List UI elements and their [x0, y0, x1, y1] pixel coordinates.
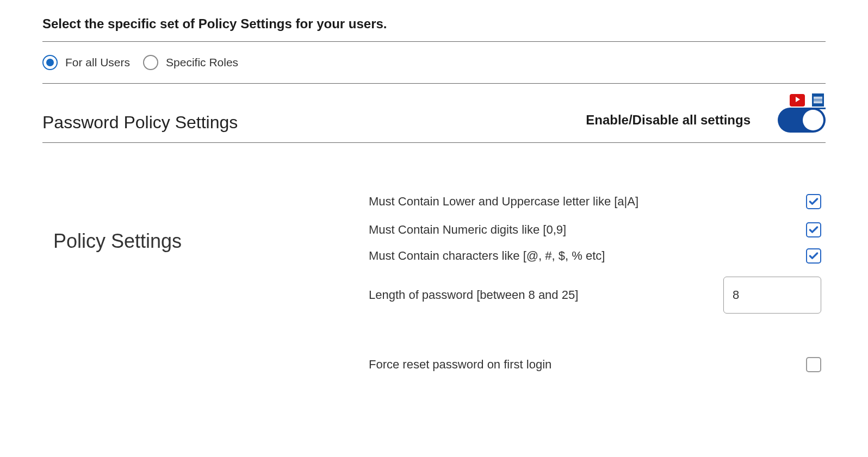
master-toggle-label: Enable/Disable all settings	[586, 112, 751, 128]
master-toggle-block: Enable/Disable all settings	[586, 108, 826, 133]
video-help-link[interactable]	[790, 94, 805, 109]
radio-specific-roles[interactable]: Specific Roles	[143, 55, 238, 70]
video-play-icon	[790, 94, 805, 107]
divider-section	[42, 142, 826, 143]
setting-row-special: Must Contain characters like [@, #, $, %…	[369, 243, 826, 269]
checkmark-icon	[808, 251, 819, 261]
page-instruction: Select the specific set of Policy Settin…	[42, 16, 826, 32]
setting-case-checkbox[interactable]	[806, 194, 821, 209]
setting-length-label: Length of password [between 8 and 25]	[369, 288, 578, 302]
checkmark-icon	[808, 196, 819, 207]
policy-settings-subtitle: Policy Settings	[53, 230, 347, 253]
setting-length-input[interactable]	[723, 277, 821, 314]
document-icon	[812, 93, 824, 107]
section-header: Password Policy Settings Enable/Disable …	[42, 84, 826, 142]
setting-force-reset-label: Force reset password on first login	[369, 358, 551, 372]
setting-numeric-label: Must Contain Numeric digits like [0,9]	[369, 223, 566, 237]
settings-content: Policy Settings Must Contain Lower and U…	[42, 186, 826, 380]
master-toggle-switch[interactable]	[778, 108, 826, 133]
radio-circle-unselected-icon	[143, 55, 158, 70]
setting-row-force-reset: Force reset password on first login	[369, 349, 826, 380]
setting-special-label: Must Contain characters like [@, #, $, %…	[369, 249, 605, 263]
setting-special-checkbox[interactable]	[806, 248, 821, 264]
radio-circle-selected-icon	[42, 55, 58, 70]
help-icons-row	[790, 93, 826, 109]
setting-numeric-checkbox[interactable]	[806, 222, 821, 237]
radio-for-all-users-label: For all Users	[65, 56, 130, 69]
setting-row-case: Must Contain Lower and Uppercase letter …	[369, 186, 826, 217]
checkmark-icon	[808, 224, 819, 235]
scope-radio-group: For all Users Specific Roles	[42, 42, 826, 83]
setting-row-length: Length of password [between 8 and 25]	[369, 269, 826, 321]
setting-row-numeric: Must Contain Numeric digits like [0,9]	[369, 217, 826, 243]
toggle-knob-icon	[803, 110, 823, 130]
setting-case-label: Must Contain Lower and Uppercase letter …	[369, 195, 638, 209]
setting-force-reset-checkbox[interactable]	[806, 357, 821, 372]
document-help-link[interactable]	[810, 93, 826, 109]
radio-specific-roles-label: Specific Roles	[166, 56, 238, 69]
settings-right-column: Must Contain Lower and Uppercase letter …	[369, 186, 826, 380]
settings-left-column: Policy Settings	[42, 186, 347, 380]
radio-for-all-users[interactable]: For all Users	[42, 55, 130, 70]
section-title: Password Policy Settings	[42, 112, 238, 133]
